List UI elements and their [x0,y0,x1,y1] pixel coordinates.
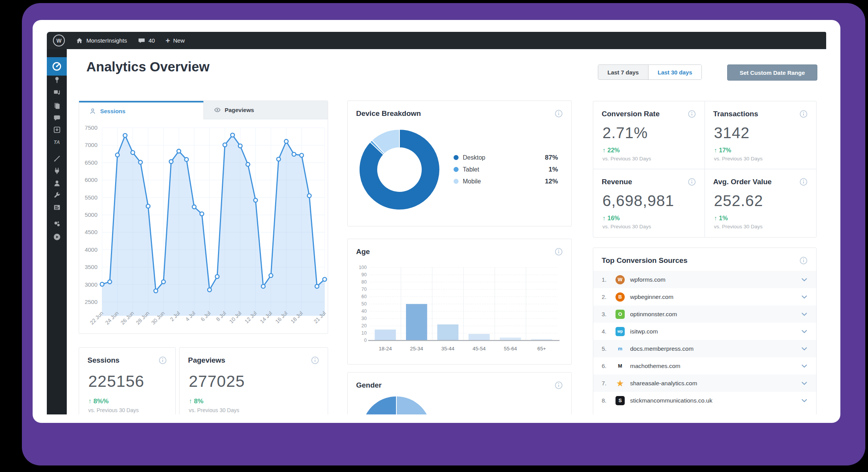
memberpress-icon: m [616,344,625,353]
svg-text:2500: 2500 [85,299,97,305]
info-icon[interactable] [554,109,563,118]
chevron-down-icon [801,345,808,352]
wordpress-admin-screenshot: W MonsterInsights 40 + New [47,32,826,414]
stickman-icon: S [616,396,625,405]
info-icon[interactable] [554,248,563,256]
conversion-rate-card: Conversion Rate 2.71% ↑22% vs. Previous … [593,101,705,169]
sidebar-item-appearance-icon[interactable] [47,154,67,163]
pageviews-stat-card: Pageviews 277025 ↑8% vs. Previous 30 Day… [179,347,328,414]
stat-note: vs. Previous 30 Days [180,405,328,413]
sidebar-item-integrations-icon[interactable] [47,219,67,228]
set-custom-date-range-button[interactable]: Set Custom Date Range [727,64,817,81]
sidebar-item-monsterinsights-active[interactable] [47,57,67,76]
source-domain: stickmancommunications.co.uk [630,397,801,404]
source-rank: 4. [602,328,616,335]
chevron-down-icon [801,276,808,283]
stat-title: Revenue [602,178,632,186]
info-icon[interactable] [311,356,319,365]
source-row-optinmonster.com[interactable]: 3.Ooptinmonster.com [593,305,816,323]
info-icon[interactable] [158,356,167,365]
plus-icon: + [166,37,170,45]
machothemes-icon: M [616,361,625,371]
comments-count: 40 [149,37,155,44]
source-row-wpforms.com[interactable]: 1.Wwpforms.com [593,271,816,288]
tab-pageviews[interactable]: Pageviews [203,101,328,119]
source-row-isitwp.com[interactable]: 4.wpisitwp.com [593,323,816,340]
info-icon[interactable] [554,381,563,389]
sidebar-item-settings-icon[interactable] [47,203,67,211]
chevron-down-icon [801,294,808,300]
svg-text:0: 0 [364,338,367,343]
sidebar-item-collapse-menu-icon[interactable] [47,233,67,241]
optinmonster-icon: O [616,310,625,319]
sidebar-item-media-icon[interactable] [47,88,67,96]
eye-icon [214,106,221,114]
source-domain: wpforms.com [630,276,801,283]
stat-title: Transactions [713,110,758,118]
last-30-days-button[interactable]: Last 30 days [649,65,701,79]
sidebar-item-label: TA [54,139,60,145]
info-icon[interactable] [799,178,808,186]
svg-text:60: 60 [361,294,367,299]
source-rank: 3. [602,311,616,317]
stat-delta: 22% [607,147,620,154]
sidebar-item-pages-icon[interactable] [47,101,67,110]
info-icon[interactable] [799,256,808,265]
sidebar-item-downloads-icon[interactable] [47,125,67,134]
sidebar-item-thirstyaffiliates[interactable]: TA [47,138,67,146]
info-icon[interactable] [688,178,696,186]
source-row-stickmancommunications.co.uk[interactable]: 8.Sstickmancommunications.co.uk [593,392,816,409]
svg-text:45-54: 45-54 [473,346,486,352]
admin-bar-new[interactable]: + New [166,37,185,45]
tab-sessions[interactable]: Sessions [79,101,203,119]
svg-text:3000: 3000 [85,281,97,288]
svg-text:7000: 7000 [85,142,97,148]
top-conversion-sources-card: Top Conversion Sources 1.Wwpforms.com2.B… [593,248,817,414]
wordpress-logo-icon[interactable]: W [53,35,65,46]
stat-delta: 8% [194,398,204,405]
stat-value: 252.62 [705,186,817,210]
wpforms-icon: W [616,275,625,284]
ecommerce-metrics-grid: Conversion Rate 2.71% ↑22% vs. Previous … [593,101,817,238]
svg-text:3500: 3500 [85,264,97,270]
source-row-wpbeginner.com[interactable]: 2.Bwpbeginner.com [593,288,816,305]
legend-dot [454,167,459,172]
source-domain: machothemes.com [630,363,801,370]
new-label: New [173,37,185,44]
legend-label: Mobile [463,178,545,185]
info-icon[interactable] [688,110,696,118]
info-icon[interactable] [799,110,808,118]
svg-text:4000: 4000 [85,246,97,253]
admin-bar-comments[interactable]: 40 [138,37,155,45]
stat-value: 2.71% [593,118,705,142]
source-row-machothemes.com[interactable]: 6.Mmachothemes.com [593,357,816,375]
sidebar-item-plugins-icon[interactable] [47,167,67,175]
wordpress-logo-glyph: W [56,38,61,44]
last-7-days-button[interactable]: Last 7 days [598,65,649,79]
svg-text:100: 100 [359,265,367,270]
tab-sessions-label: Sessions [100,108,125,114]
admin-bar-site-link[interactable]: MonsterInsights [76,37,127,45]
up-arrow-icon: ↑ [714,215,717,222]
svg-text:50: 50 [361,301,367,307]
source-rank: 2. [602,294,616,300]
sidebar-item-users-icon[interactable] [47,179,67,187]
wpbeginner-icon: B [616,292,625,302]
stat-note: vs. Previous 30 Days [705,154,817,162]
monsterinsights-gauge-icon [52,61,62,71]
svg-text:10: 10 [361,330,367,336]
sidebar-item-posts-icon[interactable] [47,76,67,84]
chevron-down-icon [801,363,808,370]
source-row-docs.memberpress.com[interactable]: 5.mdocs.memberpress.com [593,340,816,357]
source-domain: optinmonster.com [630,311,801,318]
chevron-down-icon [801,311,808,318]
sidebar-item-tools-icon[interactable] [47,191,67,199]
svg-text:30: 30 [361,316,367,321]
legend-dot [454,155,459,160]
source-rank: 7. [602,380,616,386]
home-icon [76,37,83,45]
source-row-shareasale-analytics.com[interactable]: 7.★shareasale-analytics.com [593,375,816,392]
stat-value: 225156 [79,365,175,391]
sidebar-item-comments-icon[interactable] [47,114,67,122]
svg-text:65+: 65+ [537,346,546,352]
